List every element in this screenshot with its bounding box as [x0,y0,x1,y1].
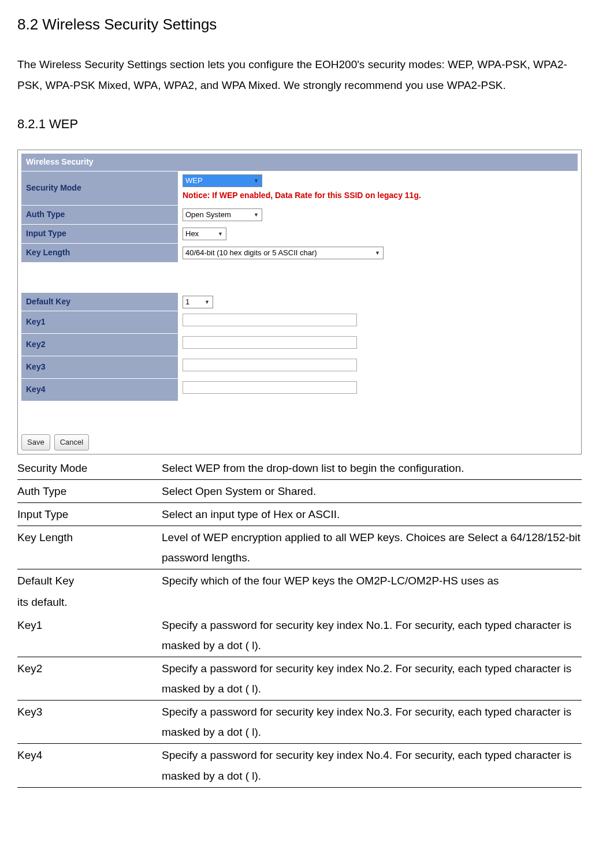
save-button[interactable]: Save [21,434,50,450]
desc-key3-text: Specify a password for security key inde… [162,701,582,744]
desc-key4-text: Specify a password for security key inde… [162,744,582,787]
key2-input[interactable] [183,336,357,349]
key2-label: Key2 [21,334,178,356]
panel-header: Wireless Security [21,154,578,171]
key1-label: Key1 [21,311,178,334]
key-length-label: Key Length [21,243,178,262]
desc-auth-type-text: Select Open System or Shared. [162,479,582,502]
desc-key-length-text: Level of WEP encryption applied to all W… [162,526,582,569]
key3-label: Key3 [21,356,178,378]
desc-input-type-term: Input Type [17,502,162,526]
desc-default-key-text: Specify which of the four WEP keys the O… [162,569,582,593]
security-mode-label: Security Mode [21,171,178,206]
default-key-label: Default Key [21,293,178,311]
desc-key3-term: Key3 [17,701,162,744]
security-mode-select[interactable]: WEP [183,174,262,187]
key-length-select[interactable]: 40/64-bit (10 hex digits or 5 ASCII char… [183,247,384,259]
desc-key4-term: Key4 [17,744,162,787]
auth-type-label: Auth Type [21,206,178,225]
key3-input[interactable] [183,359,357,371]
intro-paragraph: The Wireless Security Settings section l… [17,54,582,96]
input-type-select[interactable]: Hex [183,228,226,240]
key4-input[interactable] [183,381,357,394]
desc-key-length-term: Key Length [17,526,162,569]
panel-header-row: Wireless Security [21,154,578,171]
auth-type-select[interactable]: Open System [183,208,262,221]
cancel-button[interactable]: Cancel [54,434,89,450]
desc-auth-type-term: Auth Type [17,479,162,502]
desc-security-mode-term: Security Mode [17,457,162,480]
input-type-label: Input Type [21,224,178,243]
desc-key2-term: Key2 [17,657,162,700]
desc-key2-text: Specify a password for security key inde… [162,657,582,700]
subsection-title: 8.2.1 WEP [17,113,582,135]
description-table: Security Mode Select WEP from the drop-d… [17,457,582,593]
description-table-2: Key1 Specify a password for security key… [17,614,582,788]
key1-input[interactable] [183,314,357,326]
desc-security-mode-text: Select WEP from the drop-down list to be… [162,457,582,480]
config-panel: Wireless Security Security Mode WEP Noti… [17,150,582,455]
desc-input-type-text: Select an input type of Hex or ASCII. [162,502,582,526]
key4-label: Key4 [21,378,178,401]
wep-notice: Notice: If WEP enabled, Data Rate for th… [183,189,421,203]
desc-default-key-term: Default Key [17,569,162,593]
desc-key1-text: Specify a password for security key inde… [162,614,582,657]
default-key-select[interactable]: 1 [183,296,213,308]
desc-key1-term: Key1 [17,614,162,657]
section-title: 8.2 Wireless Security Settings [17,12,582,37]
desc-default-key-cont: its default. [17,592,582,612]
